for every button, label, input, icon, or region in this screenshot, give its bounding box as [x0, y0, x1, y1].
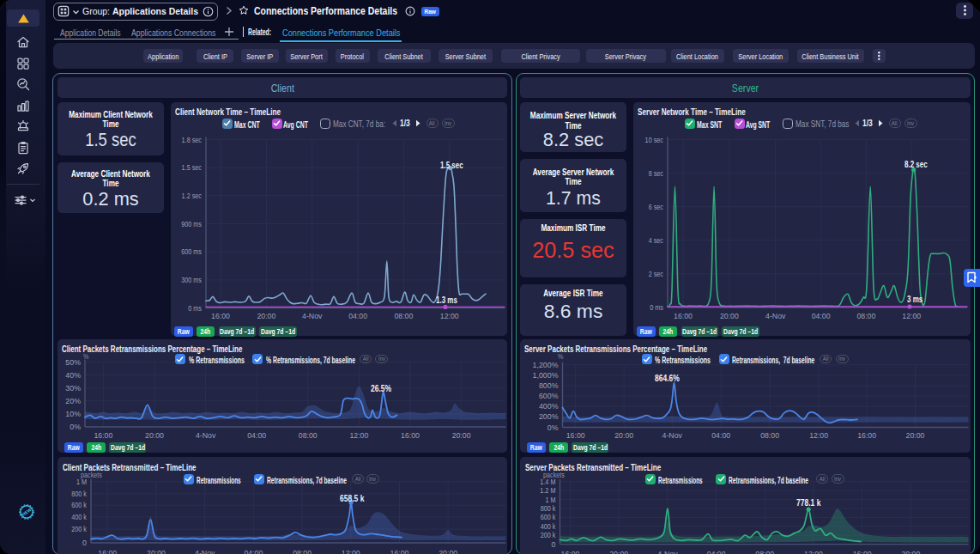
svg-text:08:00: 08:00: [856, 310, 875, 320]
svg-text:20:00: 20:00: [439, 548, 457, 554]
svg-text:12:00: 12:00: [809, 430, 828, 440]
svg-text:200 k: 200 k: [540, 531, 555, 539]
svg-text:16:00: 16:00: [560, 549, 579, 554]
svg-text:16:00: 16:00: [94, 429, 112, 439]
svg-text:0 ms: 0 ms: [650, 303, 663, 312]
svg-text:600 ms: 600 ms: [181, 247, 202, 256]
svg-text:20:00: 20:00: [147, 548, 166, 554]
svg-text:16:00: 16:00: [390, 548, 408, 554]
svg-text:4-Nov: 4-Nov: [302, 311, 323, 320]
svg-text:1.8 sec: 1.8 sec: [182, 135, 203, 143]
svg-text:800%: 800%: [538, 381, 558, 390]
svg-text:4-Nov: 4-Nov: [195, 548, 215, 554]
svg-text:08:00: 08:00: [760, 430, 779, 440]
svg-text:1.2 M: 1.2 M: [540, 486, 555, 495]
svg-text:16:00: 16:00: [674, 310, 693, 320]
svg-text:0: 0: [551, 540, 555, 549]
svg-text:08:00: 08:00: [298, 429, 317, 439]
svg-text:16:00: 16:00: [566, 430, 584, 440]
svg-text:1,000%: 1,000%: [532, 370, 558, 379]
svg-text:300 ms: 300 ms: [181, 275, 202, 283]
svg-text:20:00: 20:00: [145, 429, 164, 439]
svg-text:50%: 50%: [65, 357, 81, 366]
svg-text:4-Nov: 4-Nov: [765, 310, 786, 320]
svg-text:4 sec: 4 sec: [649, 235, 664, 244]
svg-text:0: 0: [82, 539, 87, 547]
svg-text:400%: 400%: [538, 402, 558, 411]
svg-text:20%: 20%: [65, 396, 81, 405]
svg-text:1.2 sec: 1.2 sec: [182, 191, 203, 199]
svg-text:16:00: 16:00: [211, 311, 230, 320]
svg-text:40%: 40%: [65, 370, 81, 379]
svg-text:20:00: 20:00: [609, 549, 628, 554]
svg-text:400 k: 400 k: [71, 513, 87, 521]
svg-text:20:00: 20:00: [614, 430, 633, 440]
svg-text:16:00: 16:00: [98, 548, 117, 554]
svg-text:1,200%: 1,200%: [532, 360, 558, 368]
svg-text:NEW: NEW: [21, 507, 32, 517]
svg-text:12:00: 12:00: [804, 549, 823, 554]
svg-text:200%: 200%: [538, 412, 558, 421]
svg-text:04:00: 04:00: [247, 429, 266, 439]
svg-text:600 k: 600 k: [71, 501, 87, 509]
svg-text:08:00: 08:00: [755, 549, 774, 554]
svg-text:04:00: 04:00: [706, 549, 725, 554]
svg-text:12:00: 12:00: [440, 311, 459, 320]
svg-text:4-Nov: 4-Nov: [662, 430, 682, 440]
svg-text:20:00: 20:00: [257, 311, 275, 320]
svg-text:12:00: 12:00: [902, 310, 921, 320]
svg-text:04:00: 04:00: [812, 310, 831, 320]
svg-text:0%: 0%: [70, 423, 81, 431]
svg-text:4-Nov: 4-Nov: [657, 549, 678, 554]
svg-text:600%: 600%: [538, 392, 558, 400]
svg-text:04:00: 04:00: [711, 430, 730, 440]
svg-text:30%: 30%: [65, 383, 81, 392]
svg-text:8 sec: 8 sec: [649, 168, 664, 177]
svg-text:200 k: 200 k: [71, 525, 87, 533]
svg-text:16:00: 16:00: [852, 549, 871, 554]
svg-text:800 k: 800 k: [71, 490, 87, 498]
svg-text:20:00: 20:00: [901, 549, 920, 554]
svg-text:900 ms: 900 ms: [181, 219, 202, 228]
svg-text:0%: 0%: [547, 423, 558, 431]
svg-text:400 k: 400 k: [540, 522, 555, 531]
svg-text:800 k: 800 k: [540, 504, 555, 513]
svg-text:08:00: 08:00: [394, 311, 413, 320]
svg-text:20:00: 20:00: [905, 430, 924, 440]
svg-text:16:00: 16:00: [857, 430, 876, 440]
svg-text:04:00: 04:00: [348, 311, 367, 320]
svg-text:4-Nov: 4-Nov: [195, 429, 215, 439]
svg-text:6 sec: 6 sec: [649, 202, 664, 210]
svg-text:20:00: 20:00: [451, 429, 470, 439]
svg-text:1 M: 1 M: [545, 496, 555, 504]
svg-text:12:00: 12:00: [349, 429, 368, 439]
svg-text:12:00: 12:00: [341, 548, 360, 554]
svg-text:2 sec: 2 sec: [649, 269, 664, 277]
svg-text:16:00: 16:00: [401, 429, 420, 439]
svg-text:10 sec: 10 sec: [645, 135, 664, 143]
svg-text:10%: 10%: [65, 409, 81, 417]
svg-text:20:00: 20:00: [720, 310, 739, 320]
svg-text:600 k: 600 k: [540, 513, 555, 521]
svg-text:0 ms: 0 ms: [188, 303, 202, 312]
svg-text:04:00: 04:00: [244, 548, 263, 554]
svg-text:1.5 sec: 1.5 sec: [182, 163, 203, 172]
svg-text:08:00: 08:00: [293, 548, 312, 554]
